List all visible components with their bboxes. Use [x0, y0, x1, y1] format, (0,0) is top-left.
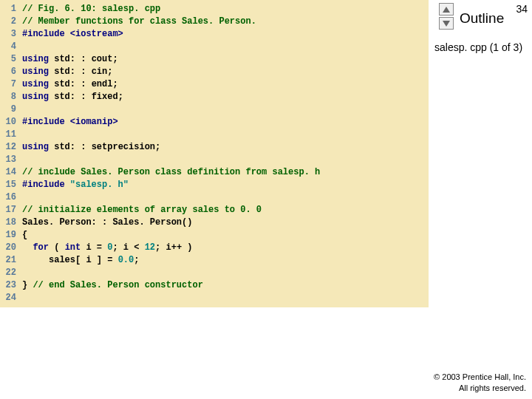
code-line: 21 sales[ i ] = 0.0;	[0, 254, 429, 267]
code-line: 23} // end Sales. Person constructor	[0, 279, 429, 292]
code-content: sales[ i ] = 0.0;	[22, 254, 429, 267]
code-content: // include Sales. Person class definitio…	[22, 166, 429, 179]
code-line: 5using std: : cout;	[0, 53, 429, 66]
code-content: #include "salesp. h"	[22, 179, 429, 191]
code-line: 19{	[0, 229, 429, 242]
code-line: 10#include <iomanip>	[0, 116, 429, 129]
code-line: 8using std: : fixed;	[0, 91, 429, 103]
line-number: 6	[0, 66, 22, 78]
svg-marker-0	[443, 7, 450, 13]
code-content: // Member functions for class Sales. Per…	[22, 16, 429, 28]
line-number: 2	[0, 16, 22, 28]
line-number: 22	[0, 267, 22, 279]
line-number: 18	[0, 216, 22, 229]
line-number: 19	[0, 229, 22, 242]
page-number: 34	[516, 3, 528, 15]
code-content: using std: : endl;	[22, 78, 429, 91]
line-number: 4	[0, 41, 22, 53]
line-number: 13	[0, 154, 22, 166]
code-line: 2// Member functions for class Sales. Pe…	[0, 16, 429, 28]
outline-title: Outline	[460, 10, 504, 27]
code-content: for ( int i = 0; i < 12; i++ )	[22, 242, 429, 254]
code-content: } // end Sales. Person constructor	[22, 279, 429, 292]
line-number: 23	[0, 279, 22, 292]
line-number: 17	[0, 204, 22, 216]
line-number: 16	[0, 191, 22, 204]
code-line: 18Sales. Person: : Sales. Person()	[0, 216, 429, 229]
code-content: {	[22, 229, 429, 242]
code-content: using std: : fixed;	[22, 91, 429, 103]
code-line: 9	[0, 103, 429, 116]
code-line: 13	[0, 154, 429, 166]
code-line: 4	[0, 41, 429, 53]
line-number: 11	[0, 129, 22, 141]
code-line: 7using std: : endl;	[0, 78, 429, 91]
code-line: 24	[0, 292, 429, 304]
nav-icons	[439, 3, 454, 31]
code-content: using std: : cout;	[22, 53, 429, 66]
code-content: // initialize elements of array sales to…	[22, 204, 429, 216]
code-line: 3#include <iostream>	[0, 28, 429, 41]
code-content: using std: : cin;	[22, 66, 429, 78]
code-line: 6using std: : cin;	[0, 66, 429, 78]
line-number: 1	[0, 3, 22, 16]
code-line: 15#include "salesp. h"	[0, 179, 429, 191]
code-line: 14// include Sales. Person class definit…	[0, 166, 429, 179]
copyright: © 2003 Prentice Hall, Inc. All rights re…	[434, 372, 526, 393]
line-number: 12	[0, 141, 22, 154]
prev-slide-icon[interactable]	[439, 3, 454, 16]
line-number: 21	[0, 254, 22, 267]
code-line: 11	[0, 129, 429, 141]
line-number: 8	[0, 91, 22, 103]
line-number: 5	[0, 53, 22, 66]
svg-marker-1	[443, 21, 450, 27]
line-number: 24	[0, 292, 22, 304]
code-line: 12using std: : setprecision;	[0, 141, 429, 154]
file-subtitle: salesp. cpp (1 of 3)	[434, 41, 522, 53]
code-content: #include <iostream>	[22, 28, 429, 41]
copyright-line1: © 2003 Prentice Hall, Inc.	[434, 372, 526, 381]
line-number: 7	[0, 78, 22, 91]
code-line: 17// initialize elements of array sales …	[0, 204, 429, 216]
code-block: 1// Fig. 6. 10: salesp. cpp2// Member fu…	[0, 0, 429, 307]
line-number: 20	[0, 242, 22, 254]
line-number: 14	[0, 166, 22, 179]
code-content: // Fig. 6. 10: salesp. cpp	[22, 3, 429, 16]
line-number: 10	[0, 116, 22, 129]
next-slide-icon[interactable]	[439, 17, 454, 30]
line-number: 3	[0, 28, 22, 41]
code-line: 1// Fig. 6. 10: salesp. cpp	[0, 3, 429, 16]
code-line: 22	[0, 267, 429, 279]
code-line: 16	[0, 191, 429, 204]
code-content: #include <iomanip>	[22, 116, 429, 129]
copyright-line2: All rights reserved.	[459, 383, 526, 392]
code-line: 20 for ( int i = 0; i < 12; i++ )	[0, 242, 429, 254]
code-content: using std: : setprecision;	[22, 141, 429, 154]
line-number: 15	[0, 179, 22, 191]
line-number: 9	[0, 103, 22, 116]
code-content: Sales. Person: : Sales. Person()	[22, 216, 429, 229]
